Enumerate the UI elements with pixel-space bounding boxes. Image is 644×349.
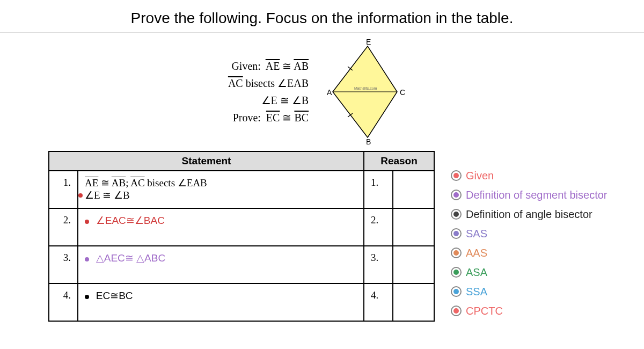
drag-dot-icon[interactable] [85,257,89,261]
drag-dot-icon[interactable] [78,193,83,198]
reason-cell[interactable] [393,171,434,208]
reason-option-asa[interactable]: ASA [451,263,607,282]
angle-b: B [292,94,309,106]
reason-option-aas[interactable]: AAS [451,243,607,263]
reason-label: Definition of angle bisector [466,205,592,224]
svg-text:C: C [400,88,405,97]
statement-text: △AEC≅ △ABC [96,252,165,264]
prove-label: Prove: [233,112,261,123]
reason-label: ASA [466,263,487,282]
separator: ; [126,177,130,188]
radio-icon [451,286,462,297]
reason-label: Definition of segment bisector [466,185,607,205]
seg-bc: BC [294,112,309,123]
radio-icon [451,228,462,239]
reason-label: AAS [466,243,487,263]
angle-eab: EAB [178,177,207,188]
table-row: 1. AE ≅ AB; AC bisects EAB E ≅ B 1. [49,171,434,208]
seg-ab: AB [294,60,309,72]
statement-cell[interactable]: ∠EAC≅∠BAC [78,208,364,246]
bisects-text: bisects [243,77,277,89]
proof-table: Statement Reason 1. AE ≅ AB; AC bisects … [48,151,435,322]
angle-e: E [85,190,100,201]
statement-cell[interactable]: AE ≅ AB; AC bisects EAB E ≅ B [78,171,364,208]
seg-ae: AE [266,60,280,72]
radio-icon [451,209,462,220]
reason-option-ssa[interactable]: SSA [451,282,607,301]
reason-option-def-angle-bisector[interactable]: Definition of angle bisector [451,205,607,224]
reason-option-def-segment-bisector[interactable]: Definition of segment bisector [451,185,607,205]
reason-label: Given [466,166,494,185]
reason-number: 2. [364,208,393,246]
reason-option-given[interactable]: Given [451,166,607,185]
header-reason: Reason [364,151,434,171]
header-statement: Statement [49,151,364,171]
drag-dot-icon[interactable] [85,220,89,224]
statement-text: ∠EAC≅∠BAC [96,215,165,226]
reason-bank: Given Definition of segment bisector Def… [451,151,607,321]
seg-ec: EC [266,112,280,123]
reason-number: 1. [364,171,393,208]
seg-ac: AC [130,177,144,188]
reason-label: SAS [466,224,487,243]
svg-text:B: B [366,137,371,146]
seg-ae: AE [85,177,98,188]
row-number: 1. [49,171,78,208]
reason-number: 4. [364,283,393,321]
statement-text: EC≅BC [96,290,133,301]
statement-cell[interactable]: EC≅BC [78,283,364,321]
reason-number: 3. [364,246,393,283]
radio-icon [451,306,462,316]
angle-b: B [114,190,130,201]
figure-kite: A C E B MathBits.com [325,38,416,146]
statement-cell[interactable]: △AEC≅ △ABC [78,246,364,283]
drag-dot-icon[interactable] [85,295,89,299]
row-number: 2. [49,208,78,246]
radio-icon [451,267,462,278]
angle-e: E [261,94,277,106]
svg-text:A: A [327,88,332,97]
svg-text:E: E [366,38,371,46]
reason-label: SSA [466,282,487,301]
row-number: 4. [49,283,78,321]
table-row: 2. ∠EAC≅∠BAC 2. [49,208,434,246]
seg-ac: AC [228,77,243,89]
problem-setup: Given: AE ≅ AB AC bisects EAB E ≅ B Prov… [0,33,644,151]
given-label: Given: [231,60,260,72]
seg-ab: AB [112,177,126,188]
radio-icon [451,190,462,200]
radio-icon [451,170,462,181]
reason-option-sas[interactable]: SAS [451,224,607,243]
page-title: Prove the following. Focus on the inform… [0,0,644,33]
given-block: Given: AE ≅ AB AC bisects EAB E ≅ B Prov… [228,57,314,126]
svg-text:MathBits.com: MathBits.com [354,86,377,90]
bisects-text: bisects [145,177,178,188]
row-number: 3. [49,246,78,283]
reason-cell[interactable] [393,246,434,283]
reason-label: CPCTC [466,301,503,321]
table-row: 3. △AEC≅ △ABC 3. [49,246,434,283]
angle-eab: EAB [277,77,309,89]
reason-cell[interactable] [393,208,434,246]
reason-option-cpctc[interactable]: CPCTC [451,301,607,321]
radio-icon [451,248,462,258]
table-row: 4. EC≅BC 4. [49,283,434,321]
reason-cell[interactable] [393,283,434,321]
